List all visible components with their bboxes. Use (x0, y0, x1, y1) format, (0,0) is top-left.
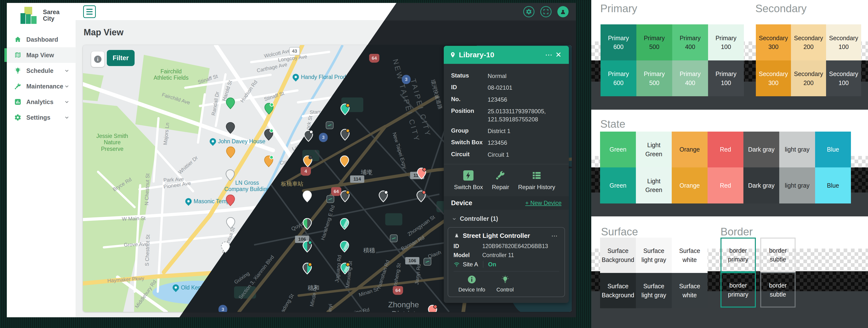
map-pin-dark-badge-orange[interactable] (303, 263, 312, 274)
sidebar-item-maintenance[interactable]: Maintenance (7, 78, 75, 94)
swatch-primary-100: Primary 100 (708, 24, 744, 60)
map-pin-gray[interactable] (225, 169, 235, 181)
bulb-icon (501, 275, 509, 285)
topbar-icons (523, 6, 568, 17)
popup-body: StatusNormalID08-02101No.123456Position2… (444, 64, 569, 303)
sidebar-item-dashboard[interactable]: Dashboard (7, 32, 75, 47)
popup-close-icon[interactable]: ✕ (554, 51, 563, 59)
map-pin-white[interactable] (226, 217, 235, 229)
wrench-icon (14, 83, 22, 90)
device-actions: Device InfoControl (454, 275, 559, 293)
map-pin-dark-badge-white[interactable] (304, 130, 313, 142)
device-title: Street Light Controller (463, 232, 547, 239)
swatch-red: Red (708, 167, 743, 203)
swatch-surface-white: Surface white (672, 238, 708, 273)
popup-details: StatusNormalID08-02101No.123456Position2… (444, 72, 569, 159)
swatch-surface-background: Surface Background (600, 238, 636, 273)
repair-button[interactable]: Repair (490, 170, 510, 191)
settings-icon[interactable] (523, 6, 534, 17)
device-row-value: 120B967820E642D6BB13 (482, 243, 548, 250)
device-section-title: Device (451, 199, 525, 207)
palette-heading-border: Border (720, 226, 753, 238)
controller-group-label: Controller (1) (460, 215, 498, 222)
user-avatar[interactable] (557, 6, 568, 17)
sidebar-item-label: Map View (26, 52, 54, 59)
map-pin-green[interactable] (303, 218, 312, 230)
repair-icon (495, 170, 506, 181)
control-button[interactable]: Control (495, 275, 515, 293)
swatch-green: Green (600, 167, 636, 203)
swatch-secondary-300: Secondary 300 (756, 24, 791, 60)
popup-header: Library-10 ⋯ ✕ (444, 46, 569, 64)
palette-heading-secondary: Secondary (755, 2, 807, 14)
swatch-secondary-300: Secondary 300 (756, 60, 791, 96)
map-pin-green[interactable] (226, 97, 235, 109)
detail-label: Position (451, 107, 488, 123)
device-action-label: Control (496, 287, 514, 293)
detail-value: District 1 (488, 127, 510, 135)
swatch-primary-400: Primary 400 (672, 24, 708, 60)
controller-icon (454, 233, 460, 239)
map-info-button[interactable]: i (91, 52, 104, 67)
map-filter-button[interactable]: Filter (107, 50, 134, 66)
map-pin-dark-badge-white[interactable] (379, 191, 388, 202)
swatch-surface-light-gray: Surface light gray (636, 273, 672, 308)
sidebar-item-label: Analytics (26, 98, 53, 105)
map-pin-dark-badge-orange[interactable] (340, 191, 350, 202)
map-pin-orange-badge-green[interactable] (264, 156, 273, 167)
site-name: Site A (463, 261, 478, 268)
device-info-button[interactable]: Device Info (457, 275, 487, 293)
map-pin-teal-badge-orange[interactable] (340, 263, 350, 274)
map-pin-teal[interactable] (340, 241, 349, 253)
swatch-orange: Orange (672, 167, 708, 203)
device-state[interactable]: On (488, 261, 496, 268)
map-pin-red[interactable] (226, 194, 235, 206)
map-pin-dark-badge-orange[interactable] (340, 129, 350, 141)
device-row-label: Model (454, 252, 482, 259)
menu-button[interactable] (83, 5, 96, 18)
map-pin-white[interactable] (221, 241, 230, 253)
device-action-label: Device Info (458, 287, 485, 293)
swatch-primary-600: Primary 600 (600, 60, 637, 96)
device-section-header: Device + New Device (444, 196, 569, 210)
swatch-surface-light-gray: Surface light gray (636, 238, 672, 273)
info-icon (467, 275, 476, 285)
map-pin-teal-badge-orange[interactable] (340, 104, 350, 115)
detail-label: No. (451, 96, 488, 104)
sidebar-item-schedule[interactable]: Schedule (7, 63, 75, 78)
swatch-surface-white: Surface white (672, 273, 708, 308)
action-label: Repair (492, 184, 509, 191)
action-label: Switch Box (454, 184, 483, 191)
map-pin-dark-badge-red[interactable] (416, 191, 426, 202)
map-pin-salmon-badge-red[interactable] (417, 168, 426, 179)
new-device-link[interactable]: + New Device (525, 200, 561, 206)
divider (483, 261, 483, 268)
chevron-down-icon (64, 99, 69, 104)
map-pin-teal-badge-teal[interactable] (303, 241, 312, 253)
switch-box-icon (463, 170, 473, 181)
repair-history-button[interactable]: Repair History (517, 170, 557, 191)
switch-box-button[interactable]: Switch Box (453, 170, 485, 191)
sidebar-item-analytics[interactable]: Analytics (7, 94, 75, 110)
map-pin-dark-badge-green[interactable] (264, 129, 273, 141)
map-pin-dark[interactable] (226, 122, 235, 134)
map-pin-orange[interactable] (226, 146, 235, 158)
app-window: Sarea City DashboardMap ViewScheduleMain… (7, 3, 576, 317)
map-pin-orange[interactable] (340, 156, 349, 167)
device-more-icon[interactable]: ⋯ (550, 232, 559, 239)
sidebar-item-settings[interactable]: Settings (7, 110, 75, 125)
map-pin-teal[interactable] (340, 218, 349, 230)
chart-icon (14, 98, 22, 105)
brand-line1: Sarea (43, 9, 60, 15)
map-pin-green-badge-green[interactable] (264, 103, 274, 114)
sidebar-item-map-view[interactable]: Map View (7, 47, 75, 63)
divider (454, 271, 559, 271)
palette-heading-surface: Surface (601, 226, 638, 238)
map-pin-orange-badge-dark[interactable] (303, 156, 312, 167)
map-pin-salmon-badge-red[interactable] (428, 305, 437, 312)
popup-more-icon[interactable]: ⋯ (544, 51, 554, 59)
fullscreen-icon[interactable] (540, 6, 552, 17)
sidebar-item-label: Dashboard (26, 36, 58, 43)
map-pin-white[interactable] (303, 191, 312, 202)
controller-group-toggle[interactable]: Controller (1) (444, 210, 569, 224)
